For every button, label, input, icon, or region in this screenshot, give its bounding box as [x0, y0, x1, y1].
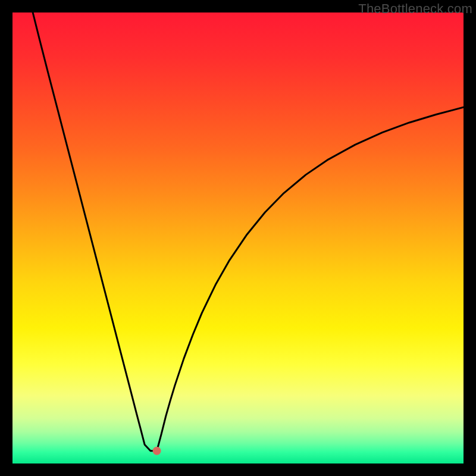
minimum-marker [153, 447, 161, 455]
chart-svg [12, 12, 464, 464]
chart-frame [12, 12, 464, 464]
watermark-text: TheBottleneck.com [358, 1, 472, 17]
gradient-background [12, 12, 464, 464]
